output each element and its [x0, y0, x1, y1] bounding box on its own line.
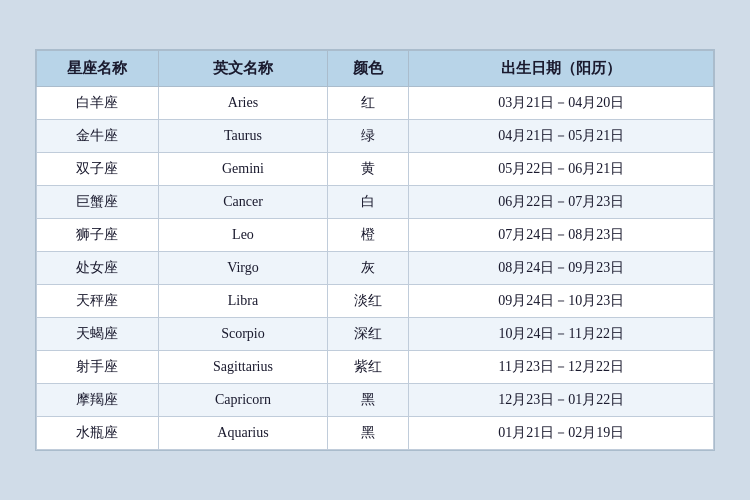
cell-date: 05月22日－06月21日 — [409, 153, 714, 186]
cell-date: 03月21日－04月20日 — [409, 87, 714, 120]
cell-color: 黄 — [328, 153, 409, 186]
cell-date: 11月23日－12月22日 — [409, 351, 714, 384]
cell-chinese: 巨蟹座 — [37, 186, 159, 219]
cell-english: Leo — [158, 219, 327, 252]
cell-date: 09月24日－10月23日 — [409, 285, 714, 318]
table-row: 天秤座Libra淡红09月24日－10月23日 — [37, 285, 714, 318]
table-header-row: 星座名称 英文名称 颜色 出生日期（阳历） — [37, 51, 714, 87]
cell-english: Sagittarius — [158, 351, 327, 384]
table-row: 巨蟹座Cancer白06月22日－07月23日 — [37, 186, 714, 219]
cell-chinese: 双子座 — [37, 153, 159, 186]
cell-date: 04月21日－05月21日 — [409, 120, 714, 153]
cell-color: 深红 — [328, 318, 409, 351]
table-body: 白羊座Aries红03月21日－04月20日金牛座Taurus绿04月21日－0… — [37, 87, 714, 450]
cell-color: 黑 — [328, 417, 409, 450]
cell-english: Cancer — [158, 186, 327, 219]
table-row: 射手座Sagittarius紫红11月23日－12月22日 — [37, 351, 714, 384]
cell-chinese: 天蝎座 — [37, 318, 159, 351]
table-row: 水瓶座Aquarius黑01月21日－02月19日 — [37, 417, 714, 450]
table-row: 处女座Virgo灰08月24日－09月23日 — [37, 252, 714, 285]
cell-color: 橙 — [328, 219, 409, 252]
cell-date: 12月23日－01月22日 — [409, 384, 714, 417]
cell-date: 06月22日－07月23日 — [409, 186, 714, 219]
cell-chinese: 处女座 — [37, 252, 159, 285]
table-row: 天蝎座Scorpio深红10月24日－11月22日 — [37, 318, 714, 351]
zodiac-table-container: 星座名称 英文名称 颜色 出生日期（阳历） 白羊座Aries红03月21日－04… — [35, 49, 715, 451]
cell-color: 灰 — [328, 252, 409, 285]
cell-english: Gemini — [158, 153, 327, 186]
cell-chinese: 天秤座 — [37, 285, 159, 318]
header-date: 出生日期（阳历） — [409, 51, 714, 87]
cell-chinese: 金牛座 — [37, 120, 159, 153]
header-english: 英文名称 — [158, 51, 327, 87]
cell-english: Libra — [158, 285, 327, 318]
table-row: 金牛座Taurus绿04月21日－05月21日 — [37, 120, 714, 153]
cell-color: 绿 — [328, 120, 409, 153]
header-color: 颜色 — [328, 51, 409, 87]
cell-color: 紫红 — [328, 351, 409, 384]
cell-chinese: 水瓶座 — [37, 417, 159, 450]
cell-chinese: 狮子座 — [37, 219, 159, 252]
cell-color: 淡红 — [328, 285, 409, 318]
zodiac-table: 星座名称 英文名称 颜色 出生日期（阳历） 白羊座Aries红03月21日－04… — [36, 50, 714, 450]
cell-date: 08月24日－09月23日 — [409, 252, 714, 285]
cell-color: 白 — [328, 186, 409, 219]
cell-english: Aquarius — [158, 417, 327, 450]
cell-color: 黑 — [328, 384, 409, 417]
cell-date: 10月24日－11月22日 — [409, 318, 714, 351]
cell-chinese: 摩羯座 — [37, 384, 159, 417]
cell-english: Virgo — [158, 252, 327, 285]
cell-english: Scorpio — [158, 318, 327, 351]
cell-date: 07月24日－08月23日 — [409, 219, 714, 252]
cell-chinese: 射手座 — [37, 351, 159, 384]
table-row: 白羊座Aries红03月21日－04月20日 — [37, 87, 714, 120]
cell-english: Capricorn — [158, 384, 327, 417]
table-row: 摩羯座Capricorn黑12月23日－01月22日 — [37, 384, 714, 417]
cell-date: 01月21日－02月19日 — [409, 417, 714, 450]
cell-chinese: 白羊座 — [37, 87, 159, 120]
table-row: 双子座Gemini黄05月22日－06月21日 — [37, 153, 714, 186]
table-row: 狮子座Leo橙07月24日－08月23日 — [37, 219, 714, 252]
header-chinese: 星座名称 — [37, 51, 159, 87]
cell-english: Taurus — [158, 120, 327, 153]
cell-english: Aries — [158, 87, 327, 120]
cell-color: 红 — [328, 87, 409, 120]
